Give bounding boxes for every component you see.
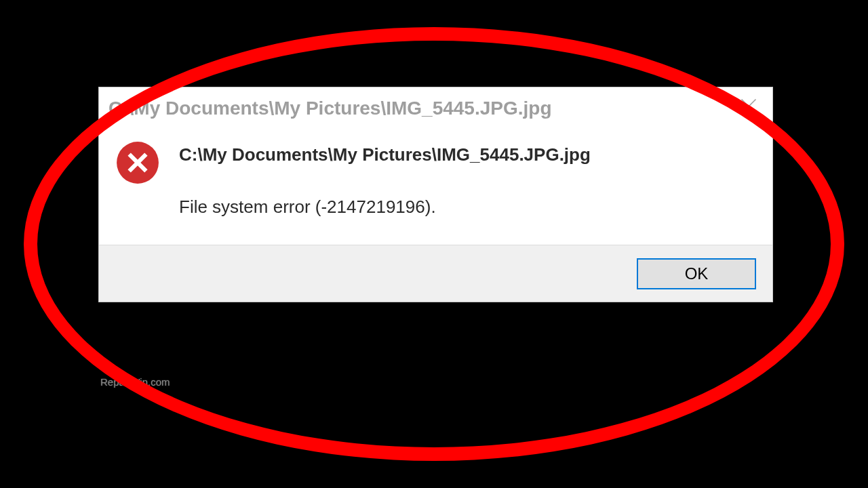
error-dialog: C:\My Documents\My Pictures\IMG_5445.JPG…	[98, 87, 773, 302]
dialog-title: C:\My Documents\My Pictures\IMG_5445.JPG…	[108, 98, 725, 119]
close-button[interactable]	[725, 87, 772, 129]
title-bar: C:\My Documents\My Pictures\IMG_5445.JPG…	[99, 87, 772, 129]
message-column: C:\My Documents\My Pictures\IMG_5445.JPG…	[160, 136, 752, 218]
error-icon	[115, 140, 160, 185]
close-icon	[739, 97, 758, 121]
error-text: File system error (-2147219196).	[179, 197, 752, 218]
ok-button[interactable]: OK	[637, 258, 756, 289]
message-path: C:\My Documents\My Pictures\IMG_5445.JPG…	[179, 144, 752, 165]
dialog-body: C:\My Documents\My Pictures\IMG_5445.JPG…	[99, 129, 772, 245]
dialog-footer: OK	[99, 245, 772, 302]
watermark-text: RepairWin.com	[100, 376, 170, 388]
ok-button-label: OK	[685, 264, 709, 283]
